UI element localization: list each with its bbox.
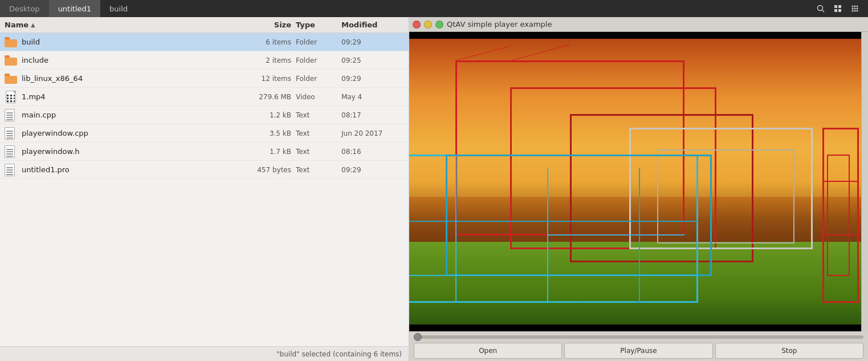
main-area: Name ▲ Size Type Modified build 6 items …	[0, 17, 868, 361]
file-size: 1.2 kB	[239, 111, 296, 119]
video-icon	[5, 91, 17, 103]
folder-icon	[5, 55, 17, 66]
player-controls: Open Play/Pause Stop	[409, 331, 868, 361]
file-type: Folder	[296, 56, 341, 64]
file-column-headers: Name ▲ Size Type Modified	[0, 17, 409, 33]
file-size: 3.5 kB	[239, 129, 296, 137]
svg-point-9	[852, 8, 854, 10]
file-modified: 09:25	[341, 56, 404, 64]
table-row[interactable]: playerwindow.cpp 3.5 kB Text Jun 20 2017	[0, 124, 409, 143]
svg-point-11	[857, 8, 858, 10]
file-modified: 09:29	[341, 38, 404, 46]
folder-icon	[5, 37, 17, 47]
column-type[interactable]: Type	[296, 21, 341, 29]
file-size: 457 bytes	[239, 166, 296, 174]
file-modified: 08:17	[341, 111, 404, 119]
window-close-button[interactable]	[413, 21, 421, 29]
file-type: Text	[296, 148, 341, 156]
taskbar-tab-untitled1[interactable]: untitled1	[49, 0, 100, 17]
file-modified: Jun 20 2017	[341, 129, 404, 137]
file-name: lib_linux_x86_64	[5, 74, 239, 84]
column-modified[interactable]: Modified	[341, 21, 404, 29]
file-name: 1.mp4	[5, 91, 239, 103]
file-size: 2 items	[239, 56, 296, 64]
text-file-icon	[5, 145, 17, 158]
text-file-icon	[5, 127, 17, 140]
table-row[interactable]: build 6 items Folder 09:29	[0, 33, 409, 51]
file-name: main.cpp	[5, 109, 239, 121]
player-scrollbar[interactable]	[861, 32, 868, 331]
file-size: 1.7 kB	[239, 148, 296, 156]
file-type: Video	[296, 93, 341, 101]
file-modified: 08:16	[341, 148, 404, 156]
file-list[interactable]: build 6 items Folder 09:29 include 2 ite…	[0, 33, 409, 346]
table-row[interactable]: playerwindow.h 1.7 kB Text 08:16	[0, 143, 409, 161]
file-size: 6 items	[239, 38, 296, 46]
taskbar-tab-build[interactable]: build	[100, 0, 137, 17]
file-type: Folder	[296, 75, 341, 83]
search-icon[interactable]	[814, 2, 827, 15]
file-name: untitled1.pro	[5, 164, 239, 176]
taskbar-system-icons	[808, 2, 868, 15]
window-maximize-button[interactable]	[435, 21, 443, 29]
apps-icon[interactable]	[849, 2, 861, 15]
player-titlebar: QtAV simple player example	[409, 17, 868, 32]
progress-track[interactable]	[414, 335, 863, 339]
video-frame	[409, 32, 868, 331]
svg-rect-4	[834, 9, 837, 12]
video-area[interactable]	[409, 32, 868, 331]
file-name: include	[5, 55, 239, 66]
stop-button[interactable]: Stop	[715, 343, 863, 359]
text-file-icon	[5, 164, 17, 176]
column-size[interactable]: Size	[239, 21, 296, 29]
file-type: Text	[296, 166, 341, 174]
file-name: build	[5, 37, 239, 47]
progress-thumb[interactable]	[414, 333, 422, 341]
table-row[interactable]: include 2 items Folder 09:25	[0, 51, 409, 70]
player-title: QtAV simple player example	[447, 20, 552, 29]
taskbar-desktop[interactable]: Desktop	[0, 0, 49, 17]
table-row[interactable]: untitled1.pro 457 bytes Text 09:29	[0, 161, 409, 179]
file-modified: 09:29	[341, 166, 404, 174]
svg-point-6	[852, 6, 854, 7]
file-modified: 09:29	[341, 75, 404, 83]
svg-rect-3	[838, 5, 841, 8]
svg-point-12	[852, 10, 854, 12]
table-row[interactable]: main.cpp 1.2 kB Text 08:17	[0, 106, 409, 124]
svg-point-14	[857, 10, 858, 12]
file-manager: Name ▲ Size Type Modified build 6 items …	[0, 17, 409, 361]
text-file-icon	[5, 109, 17, 121]
player-panel: QtAV simple player example	[409, 17, 868, 361]
file-type: Text	[296, 129, 341, 137]
svg-point-7	[854, 6, 856, 7]
open-button[interactable]: Open	[414, 343, 562, 359]
play-pause-button[interactable]: Play/Pause	[564, 343, 712, 359]
file-size: 279.6 MB	[239, 93, 296, 101]
taskbar: Desktop untitled1 build	[0, 0, 868, 17]
file-name: playerwindow.h	[5, 145, 239, 158]
status-text: "build" selected (containing 6 items)	[276, 350, 402, 358]
svg-point-13	[854, 10, 856, 12]
folder-icon	[5, 74, 17, 84]
svg-rect-2	[834, 5, 837, 8]
svg-rect-5	[838, 9, 841, 12]
file-type: Folder	[296, 38, 341, 46]
file-name: playerwindow.cpp	[5, 127, 239, 140]
progress-bar-container[interactable]	[414, 334, 863, 340]
file-modified: May 4	[341, 93, 404, 101]
table-row[interactable]: lib_linux_x86_64 12 items Folder 09:29	[0, 70, 409, 88]
file-status-bar: "build" selected (containing 6 items)	[0, 346, 409, 361]
table-row[interactable]: 1.mp4 279.6 MB Video May 4	[0, 88, 409, 106]
file-type: Text	[296, 111, 341, 119]
svg-point-8	[857, 6, 858, 7]
file-size: 12 items	[239, 75, 296, 83]
svg-line-1	[822, 10, 825, 13]
sort-arrow-icon: ▲	[31, 22, 35, 28]
window-minimize-button[interactable]	[424, 21, 432, 29]
grid-icon[interactable]	[832, 2, 844, 15]
svg-point-10	[854, 8, 856, 10]
column-name[interactable]: Name ▲	[5, 21, 239, 29]
svg-point-0	[818, 6, 823, 11]
control-buttons: Open Play/Pause Stop	[414, 343, 863, 359]
